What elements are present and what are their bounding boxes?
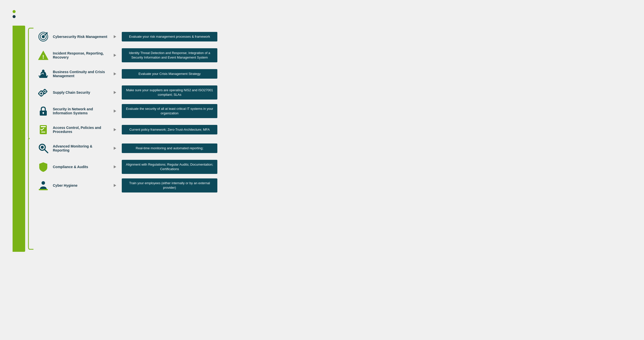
access-control-result: Current policy framework; Zero-Trust-Arc…: [122, 125, 217, 134]
compliance-arrow: [111, 165, 119, 168]
cybersecurity-result: Evaluate your risk management processes …: [122, 32, 217, 41]
business-continuity-icon: [37, 68, 50, 79]
legend-item-covered: [13, 10, 631, 13]
svg-point-33: [42, 181, 45, 185]
network-security-arrow: [111, 110, 119, 113]
legend-dot-dark: [13, 15, 16, 18]
svg-rect-26: [43, 113, 44, 114]
cybersecurity-icon: [37, 31, 50, 42]
bracket-container: Cybersecurity Risk Management Evaluate y…: [25, 26, 217, 252]
arrow-head: [114, 35, 116, 38]
arrow-head: [114, 184, 116, 187]
hygiene-label: Cyber Hygiene: [53, 183, 108, 187]
supply-chain-label: Supply Chain Security: [53, 90, 108, 94]
svg-rect-21: [44, 93, 46, 94]
arrow-line: [114, 35, 116, 38]
access-control-label: Access Control, Policies and Procedures: [53, 126, 108, 134]
row-network-security: Security in Network and Information Syst…: [37, 103, 217, 120]
arrow-head: [114, 147, 116, 150]
network-security-icon: [37, 106, 50, 117]
cybersecurity-label: Cybersecurity Risk Management: [53, 35, 108, 39]
svg-line-11: [47, 75, 48, 76]
svg-point-15: [44, 91, 46, 92]
svg-rect-23: [47, 91, 47, 92]
svg-rect-18: [38, 93, 39, 94]
svg-text:!: !: [42, 54, 44, 60]
row-supply-chain: Supply Chain Security Make sure your sup…: [37, 84, 217, 101]
supply-chain-arrow: [111, 91, 119, 94]
svg-rect-34: [39, 189, 48, 190]
row-monitoring: Advanced Monitoring & Reporting Real-tim…: [37, 140, 217, 157]
network-security-result: Evaluate the security of all at least cr…: [122, 104, 217, 118]
svg-rect-29: [41, 132, 45, 132]
arrow-line: [114, 184, 116, 187]
access-control-icon: [37, 124, 50, 135]
monitoring-arrow: [111, 147, 119, 150]
svg-rect-28: [41, 126, 46, 127]
row-incident: ! Incident Response, Reporting, Recovery…: [37, 47, 217, 64]
svg-rect-22: [42, 91, 43, 92]
business-continuity-result: Evaluate your Crisis Management Strategy: [122, 69, 217, 79]
hygiene-icon: [37, 180, 50, 191]
row-cybersecurity: Cybersecurity Risk Management Evaluate y…: [37, 28, 217, 45]
svg-rect-6: [39, 76, 47, 78]
incident-label: Incident Response, Reporting, Recovery: [53, 51, 108, 59]
svg-line-10: [39, 75, 39, 76]
arrow-line: [114, 165, 116, 168]
svg-line-32: [45, 150, 48, 153]
arrow-head: [114, 54, 116, 57]
svg-point-31: [41, 146, 44, 149]
supply-chain-result: Make sure your suppliers are operating N…: [122, 85, 217, 100]
row-compliance: Compliance & Audits Alignment with Regul…: [37, 158, 217, 175]
hygiene-arrow: [111, 184, 119, 187]
arrow-line: [114, 128, 116, 131]
arrow-line: [114, 91, 116, 94]
business-continuity-label: Business Continuity and Crisis Managemen…: [53, 70, 108, 78]
arrow-head: [114, 128, 116, 131]
arrow-head: [114, 72, 116, 75]
svg-rect-20: [44, 89, 46, 90]
compliance-result: Alignment with Regulations; Regular Audi…: [122, 160, 217, 174]
business-continuity-arrow: [111, 72, 119, 75]
arrow-head: [114, 91, 116, 94]
incident-icon: !: [37, 50, 50, 61]
arrow-line: [114, 54, 116, 57]
legend: [13, 10, 631, 18]
svg-point-7: [42, 70, 45, 72]
supply-chain-icon: [37, 87, 50, 98]
hygiene-result: Train your employees (either internally …: [122, 178, 217, 192]
legend-item-partly: [13, 15, 631, 18]
rows-container: Cybersecurity Risk Management Evaluate y…: [37, 26, 217, 252]
legend-dot-green: [13, 10, 16, 13]
monitoring-result: Real-time monitoring and automated repor…: [122, 143, 217, 153]
compliance-label: Compliance & Audits: [53, 165, 108, 169]
arrow-head: [114, 110, 116, 113]
arrow-line: [114, 72, 116, 75]
row-access-control: Access Control, Policies and Procedures …: [37, 121, 217, 138]
bracket-svg: [27, 26, 35, 252]
arrow-head: [114, 165, 116, 168]
incident-result: Identity Threat Detection and Response; …: [122, 48, 217, 62]
main-diagram: Cybersecurity Risk Management Evaluate y…: [13, 26, 631, 252]
monitoring-icon: [37, 143, 50, 154]
access-control-arrow: [111, 128, 119, 131]
svg-line-3: [43, 33, 47, 37]
incident-arrow: [111, 54, 119, 57]
row-business-continuity: Business Continuity and Crisis Managemen…: [37, 65, 217, 82]
cybersecurity-arrow: [111, 35, 119, 38]
arrow-line: [114, 110, 116, 113]
vertical-label: [13, 26, 25, 252]
row-hygiene: Cyber Hygiene Train your employees (eith…: [37, 177, 217, 194]
compliance-icon: [37, 161, 50, 172]
network-security-label: Security in Network and Information Syst…: [53, 107, 108, 115]
bracket-area: [25, 26, 37, 252]
arrow-line: [114, 147, 116, 150]
monitoring-label: Advanced Monitoring & Reporting: [53, 144, 108, 152]
svg-rect-17: [41, 96, 42, 96]
svg-rect-16: [41, 90, 42, 91]
svg-point-13: [40, 92, 42, 94]
